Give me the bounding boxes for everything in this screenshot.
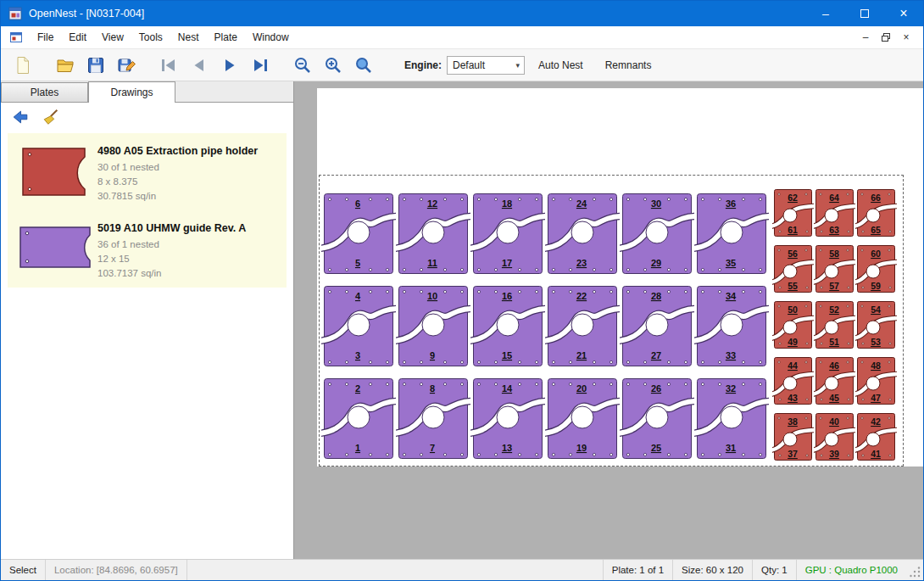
nest-part-pair-purple[interactable]: 26 25 [620, 369, 694, 461]
nest-canvas[interactable]: 6 5 12 11 18 17 24 23 [294, 81, 923, 559]
last-plate-button[interactable] [245, 52, 276, 79]
menu-tools[interactable]: Tools [131, 27, 170, 47]
nest-part-pair-red[interactable]: 58 57 [814, 240, 855, 296]
zoom-in-button[interactable] [318, 52, 348, 79]
mdi-minimize-button[interactable]: – [855, 29, 876, 46]
part-number-label: 63 [829, 225, 839, 235]
tab-drawings[interactable]: Drawings [88, 81, 175, 103]
drawing-list-item[interactable]: 5019 A10 UHMW guide Rev. A 36 of 1 neste… [8, 210, 287, 288]
first-plate-button[interactable] [153, 52, 184, 79]
close-icon: × [899, 6, 907, 21]
part-number-label: 8 [430, 383, 435, 394]
close-button[interactable]: × [884, 1, 923, 26]
minimize-button[interactable]: – [806, 1, 845, 26]
nest-part-pair-red[interactable]: 44 43 [772, 352, 814, 408]
part-number-label: 30 [651, 198, 661, 209]
drawing-size: 12 x 15 [97, 252, 246, 266]
nest-part-pair-red[interactable]: 66 65 [855, 184, 897, 240]
minimize-icon: – [822, 7, 829, 20]
nest-part-pair-red[interactable]: 46 45 [814, 352, 855, 408]
nest-part-pair-purple[interactable]: 16 15 [470, 277, 545, 369]
nest-part-pair-purple[interactable]: 32 31 [694, 369, 769, 461]
nest-part-pair-red[interactable]: 56 55 [772, 240, 814, 296]
auto-nest-button[interactable]: Auto Nest [530, 54, 592, 76]
nest-part-pair-red[interactable]: 48 47 [855, 352, 897, 408]
part-number-label: 33 [726, 350, 736, 360]
drawing-thumbnail-purple [13, 217, 97, 281]
purple-parts-grid: 6 5 12 11 18 17 24 23 [321, 184, 769, 461]
remnants-button[interactable]: Remnants [597, 54, 660, 76]
menu-file[interactable]: File [30, 27, 61, 47]
drawing-name: 4980 A05 Extraction pipe holder [97, 145, 258, 157]
new-button[interactable] [8, 52, 38, 79]
nest-part-pair-purple[interactable]: 20 19 [545, 369, 620, 461]
maximize-button[interactable] [845, 1, 884, 26]
mdi-close-button[interactable]: × [896, 29, 916, 46]
nest-part-pair-red[interactable]: 64 63 [814, 184, 855, 240]
zoom-fit-button[interactable] [348, 52, 379, 79]
nest-part-pair-red[interactable]: 54 53 [855, 296, 897, 352]
nest-part-pair-red[interactable]: 42 41 [855, 408, 897, 464]
part-number-label: 57 [829, 281, 839, 291]
nest-part-pair-red[interactable]: 38 37 [772, 408, 814, 464]
nest-part-pair-purple[interactable]: 28 27 [620, 277, 694, 369]
nest-part-pair-red[interactable]: 40 39 [814, 408, 855, 464]
part-number-label: 46 [829, 360, 839, 371]
engine-select[interactable]: Default ▾ [447, 56, 525, 75]
part-number-label: 61 [788, 225, 798, 235]
nest-plate[interactable]: 6 5 12 11 18 17 24 23 [319, 175, 904, 466]
resize-grip[interactable] [910, 567, 921, 578]
part-number-label: 7 [430, 443, 435, 453]
nest-part-pair-purple[interactable]: 8 7 [396, 369, 470, 461]
return-part-button[interactable] [8, 105, 33, 129]
nest-part-pair-purple[interactable]: 2 1 [321, 369, 396, 461]
open-button[interactable] [50, 52, 81, 79]
part-number-label: 38 [788, 416, 798, 427]
part-number-label: 1 [355, 443, 360, 453]
drawing-area: 103.7137 sq/in [97, 266, 246, 281]
drawing-name: 5019 A10 UHMW guide Rev. A [97, 222, 246, 234]
mdi-restore-icon [881, 32, 891, 42]
nest-part-pair-purple[interactable]: 6 5 [321, 184, 396, 277]
clear-button[interactable] [38, 105, 64, 129]
nest-part-pair-red[interactable]: 62 61 [772, 184, 814, 240]
menu-edit[interactable]: Edit [61, 27, 94, 47]
nest-part-pair-purple[interactable]: 24 23 [545, 184, 620, 277]
menu-nest[interactable]: Nest [170, 27, 207, 47]
tab-plates[interactable]: Plates [1, 82, 88, 102]
save-button[interactable] [81, 52, 111, 79]
nest-part-pair-purple[interactable]: 34 33 [694, 277, 769, 369]
menu-view[interactable]: View [94, 27, 131, 47]
save-as-button[interactable] [111, 52, 142, 79]
part-number-label: 9 [430, 350, 435, 360]
menu-window[interactable]: Window [245, 27, 297, 47]
nest-part-pair-purple[interactable]: 14 13 [470, 369, 545, 461]
nest-part-pair-purple[interactable]: 12 11 [396, 184, 470, 277]
nest-part-pair-red[interactable]: 60 59 [855, 240, 897, 296]
mdi-minimize-icon: – [863, 31, 869, 43]
part-number-label: 39 [829, 449, 839, 459]
nest-part-pair-purple[interactable]: 36 35 [694, 184, 769, 277]
mdi-restore-button[interactable] [876, 29, 896, 46]
previous-plate-button[interactable] [184, 52, 214, 79]
nest-part-pair-purple[interactable]: 18 17 [470, 184, 545, 277]
app-window: OpenNest - [N0317-004] – × File Edit Vie… [0, 0, 924, 581]
menu-plate[interactable]: Plate [207, 27, 245, 47]
nest-part-pair-red[interactable]: 50 49 [772, 296, 814, 352]
next-plate-button[interactable] [214, 52, 245, 79]
nest-part-pair-purple[interactable]: 4 3 [321, 277, 396, 369]
zoom-out-icon [292, 55, 313, 75]
part-number-label: 10 [427, 291, 437, 301]
save-icon [86, 55, 106, 75]
engine-label: Engine: [404, 59, 442, 71]
status-qty: Qty: 1 [752, 560, 796, 580]
part-number-label: 40 [829, 416, 839, 427]
drawing-area: 30.7815 sq/in [97, 189, 258, 204]
part-number-label: 12 [427, 198, 437, 209]
drawing-list-item[interactable]: 4980 A05 Extraction pipe holder 30 of 1 … [8, 133, 287, 210]
nest-part-pair-purple[interactable]: 30 29 [620, 184, 694, 277]
zoom-out-button[interactable] [287, 52, 318, 79]
nest-part-pair-purple[interactable]: 10 9 [396, 277, 470, 369]
nest-part-pair-purple[interactable]: 22 21 [545, 277, 620, 369]
nest-part-pair-red[interactable]: 52 51 [814, 296, 855, 352]
